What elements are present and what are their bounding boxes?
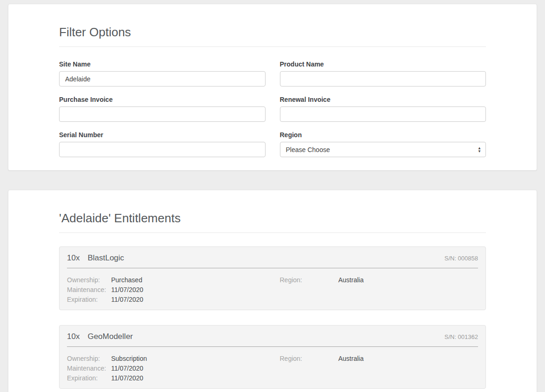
entitlement-card-body: Ownership:Subscription Maintenance:11/07… xyxy=(67,354,478,383)
detail-value: 11/07/2020 xyxy=(111,365,143,372)
product-name-input[interactable] xyxy=(280,71,486,86)
detail-label: Expiration: xyxy=(67,295,111,305)
entitlement-title: 10xBlastLogic xyxy=(67,253,124,263)
serial-number-text: S/N: 001362 xyxy=(445,333,478,340)
detail-label: Region: xyxy=(280,275,339,285)
detail-row-expiration: Expiration:11/07/2020 xyxy=(67,373,266,383)
detail-value: Australia xyxy=(339,355,364,362)
entitlement-quantity: 10x xyxy=(67,332,80,341)
detail-label: Expiration: xyxy=(67,373,111,383)
detail-row-maintenance: Maintenance:11/07/2020 xyxy=(67,285,266,295)
entitlements-panel: 'Adelaide' Entitlements 10xBlastLogic S/… xyxy=(8,190,537,392)
field-region: Region Please Choose ▲ ▼ xyxy=(280,131,486,157)
entitlement-title: 10xGeoModeller xyxy=(67,332,133,341)
serial-number-input[interactable] xyxy=(59,142,266,157)
detail-label: Ownership: xyxy=(67,275,111,285)
entitlement-quantity: 10x xyxy=(67,253,80,262)
serial-number-text: S/N: 000858 xyxy=(445,255,478,262)
filter-form: Site Name Product Name Purchase Invoice … xyxy=(59,60,486,166)
divider xyxy=(59,47,486,47)
divider xyxy=(59,233,486,233)
detail-row-region: Region:Australia xyxy=(280,354,479,364)
entitlement-details-right: Region:Australia xyxy=(280,354,479,364)
detail-value: Subscription xyxy=(111,355,147,362)
detail-row-expiration: Expiration:11/07/2020 xyxy=(67,295,266,305)
detail-row-ownership: Ownership:Subscription xyxy=(67,354,266,364)
field-product-name: Product Name xyxy=(280,60,486,86)
detail-value: Purchased xyxy=(111,276,142,284)
card-divider xyxy=(67,268,478,268)
detail-row-maintenance: Maintenance:11/07/2020 xyxy=(67,364,266,373)
site-name-input[interactable] xyxy=(59,71,266,86)
entitlement-details-left: Ownership:Purchased Maintenance:11/07/20… xyxy=(67,275,266,305)
region-select-wrap: Please Choose ▲ ▼ xyxy=(280,142,486,157)
field-purchase-invoice: Purchase Invoice xyxy=(59,96,266,122)
entitlement-details-left: Ownership:Subscription Maintenance:11/07… xyxy=(67,354,266,383)
entitlement-card-blastlogic: 10xBlastLogic S/N: 000858 Ownership:Purc… xyxy=(59,246,486,310)
detail-label: Maintenance: xyxy=(67,364,111,373)
serial-number-label: Serial Number xyxy=(59,131,266,139)
entitlement-card-header: 10xGeoModeller S/N: 001362 xyxy=(67,332,478,341)
product-name-label: Product Name xyxy=(280,60,486,68)
detail-value: Australia xyxy=(339,276,364,284)
region-select[interactable]: Please Choose xyxy=(280,142,486,157)
detail-label: Region: xyxy=(280,354,339,364)
field-serial-number: Serial Number xyxy=(59,131,266,157)
filter-options-panel: Filter Options Site Name Product Name Pu… xyxy=(8,4,537,171)
entitlement-card-header: 10xBlastLogic S/N: 000858 xyxy=(67,253,478,263)
detail-value: 11/07/2020 xyxy=(111,296,143,303)
field-site-name: Site Name xyxy=(59,60,266,86)
renewal-invoice-label: Renewal Invoice xyxy=(280,96,486,103)
detail-row-region: Region:Australia xyxy=(280,275,479,285)
entitlement-card-geomodeller: 10xGeoModeller S/N: 001362 Ownership:Sub… xyxy=(59,325,486,389)
detail-row-ownership: Ownership:Purchased xyxy=(67,275,266,285)
card-divider xyxy=(67,346,478,347)
detail-label: Ownership: xyxy=(67,354,111,364)
detail-label: Maintenance: xyxy=(67,285,111,295)
field-renewal-invoice: Renewal Invoice xyxy=(280,96,486,122)
renewal-invoice-input[interactable] xyxy=(280,106,486,122)
filter-panel-title: Filter Options xyxy=(59,26,486,39)
site-name-label: Site Name xyxy=(59,60,266,68)
detail-value: 11/07/2020 xyxy=(111,286,143,293)
entitlement-details-right: Region:Australia xyxy=(280,275,479,285)
entitlements-panel-title: 'Adelaide' Entitlements xyxy=(59,212,486,225)
entitlement-product-name: GeoModeller xyxy=(87,332,133,341)
purchase-invoice-input[interactable] xyxy=(59,106,266,122)
detail-value: 11/07/2020 xyxy=(111,374,143,382)
purchase-invoice-label: Purchase Invoice xyxy=(59,96,266,103)
entitlement-product-name: BlastLogic xyxy=(87,253,124,262)
region-label: Region xyxy=(280,131,486,139)
entitlement-card-body: Ownership:Purchased Maintenance:11/07/20… xyxy=(67,275,478,305)
